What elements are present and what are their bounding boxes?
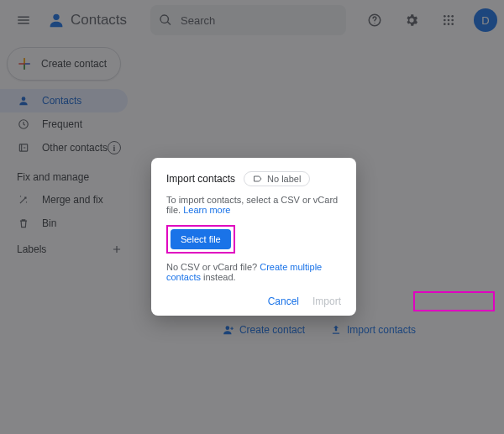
import-button[interactable]: Import <box>312 295 341 307</box>
highlight-import-contacts <box>413 291 495 311</box>
cancel-button[interactable]: Cancel <box>268 295 299 307</box>
no-label-chip[interactable]: No label <box>244 171 310 186</box>
highlight-select-file: Select file <box>166 225 235 254</box>
dialog-description: To import contacts, select a CSV or vCar… <box>166 195 341 215</box>
dialog-alt-text: No CSV or vCard file? Create multiple co… <box>166 262 341 282</box>
label-icon <box>253 174 263 184</box>
select-file-button[interactable]: Select file <box>171 229 231 249</box>
learn-more-link[interactable]: Learn more <box>183 205 230 215</box>
dialog-title: Import contacts <box>166 173 235 185</box>
import-contacts-dialog: Import contacts No label To import conta… <box>151 158 356 316</box>
